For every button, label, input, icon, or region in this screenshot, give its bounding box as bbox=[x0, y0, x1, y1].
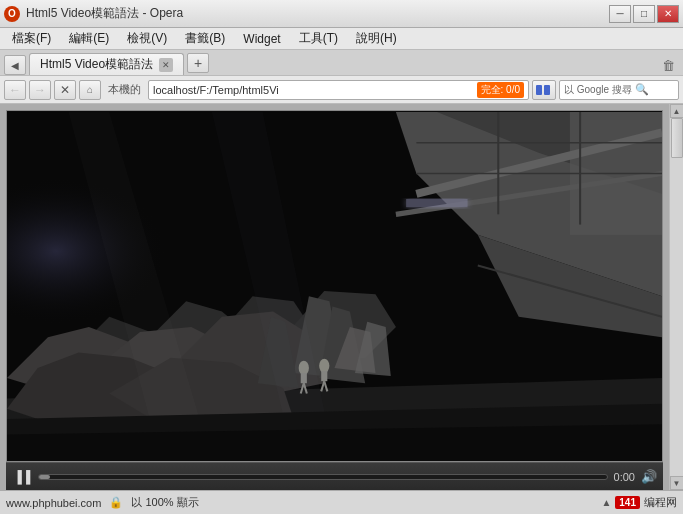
new-tab-button[interactable]: + bbox=[187, 53, 209, 73]
svg-point-33 bbox=[319, 359, 329, 373]
status-right: ▲ 141 编程网 bbox=[601, 495, 677, 510]
menu-tools[interactable]: 工具(T) bbox=[291, 28, 346, 49]
page-up-button[interactable]: ▲ bbox=[601, 497, 611, 508]
home-icon: ⌂ bbox=[87, 84, 93, 95]
forward-button[interactable]: → bbox=[29, 80, 51, 100]
speed-dial-button[interactable] bbox=[532, 80, 556, 100]
brand-number: 141 bbox=[619, 497, 636, 508]
menu-widget[interactable]: Widget bbox=[235, 30, 288, 48]
minimize-button[interactable]: ─ bbox=[609, 5, 631, 23]
zoom-level: 以 100% 顯示 bbox=[131, 495, 198, 510]
video-controls: ▐▐ 0:00 🔊 bbox=[6, 462, 663, 490]
video-container[interactable] bbox=[6, 110, 663, 462]
address-bar: ← → ✕ ⌂ 本機的 完全: 0/0 以 Google 搜尋 🔍 bbox=[0, 76, 683, 104]
tab-close-button[interactable]: ✕ bbox=[159, 58, 173, 72]
window-controls: ─ □ ✕ bbox=[609, 5, 679, 23]
search-button[interactable]: 🔍 bbox=[635, 83, 649, 96]
lock-icon[interactable]: 🔒 bbox=[107, 494, 125, 511]
speed-dial-icon bbox=[536, 84, 552, 96]
progress-fill bbox=[39, 475, 50, 479]
play-pause-button[interactable]: ▐▐ bbox=[12, 467, 32, 487]
address-input-wrap: 完全: 0/0 bbox=[148, 80, 529, 100]
menu-file[interactable]: 檔案(F) bbox=[4, 28, 59, 49]
title-bar: O Html5 Video模範語法 - Opera ─ □ ✕ bbox=[0, 0, 683, 28]
maximize-button[interactable]: □ bbox=[633, 5, 655, 23]
menu-bookmarks[interactable]: 書籤(B) bbox=[177, 28, 233, 49]
scroll-up-arrow[interactable]: ▲ bbox=[670, 104, 684, 118]
time-display: 0:00 bbox=[614, 471, 635, 483]
video-frame bbox=[7, 111, 662, 461]
home-button[interactable]: ⌂ bbox=[79, 80, 101, 100]
menu-help[interactable]: 說明(H) bbox=[348, 28, 405, 49]
address-input[interactable] bbox=[153, 84, 473, 96]
menu-bar: 檔案(F) 編輯(E) 檢視(V) 書籤(B) Widget 工具(T) 說明(… bbox=[0, 28, 683, 50]
scroll-thumb[interactable] bbox=[671, 118, 683, 158]
menu-edit[interactable]: 編輯(E) bbox=[61, 28, 117, 49]
brand-badge: 141 bbox=[615, 496, 640, 509]
app-icon: O bbox=[4, 6, 20, 22]
window-title: Html5 Video模範語法 - Opera bbox=[26, 5, 609, 22]
menu-view[interactable]: 檢視(V) bbox=[119, 28, 175, 49]
tab-label: Html5 Video模範語法 bbox=[40, 56, 153, 73]
volume-icon[interactable]: 🔊 bbox=[641, 469, 657, 484]
local-label: 本機的 bbox=[104, 82, 145, 97]
search-wrap: 以 Google 搜尋 🔍 bbox=[559, 80, 679, 100]
match-badge: 完全: 0/0 bbox=[477, 82, 524, 98]
close-button[interactable]: ✕ bbox=[657, 5, 679, 23]
svg-rect-34 bbox=[321, 371, 327, 381]
browser-content: ▐▐ 0:00 🔊 bbox=[0, 104, 669, 490]
tab-bar: ◀ Html5 Video模範語法 ✕ + 🗑 bbox=[0, 50, 683, 76]
search-label: 以 Google 搜尋 bbox=[564, 83, 632, 97]
tab-scroll-left[interactable]: ◀ bbox=[4, 55, 26, 75]
progress-bar[interactable] bbox=[38, 474, 608, 480]
main-content: ▐▐ 0:00 🔊 ▲ ▼ bbox=[0, 104, 683, 490]
scroll-down-arrow[interactable]: ▼ bbox=[670, 476, 684, 490]
stop-button[interactable]: ✕ bbox=[54, 80, 76, 100]
active-tab[interactable]: Html5 Video模範語法 ✕ bbox=[29, 53, 184, 75]
svg-rect-11 bbox=[406, 199, 467, 207]
status-url: www.phphubei.com bbox=[6, 497, 101, 509]
video-scene bbox=[7, 111, 662, 461]
scrollbar: ▲ ▼ bbox=[669, 104, 683, 490]
status-bar: www.phphubei.com 🔒 以 100% 顯示 ▲ 141 编程网 bbox=[0, 490, 683, 514]
scroll-track[interactable] bbox=[670, 118, 683, 476]
brand-text: 编程网 bbox=[644, 495, 677, 510]
back-button[interactable]: ← bbox=[4, 80, 26, 100]
trash-icon[interactable]: 🗑 bbox=[657, 55, 679, 75]
